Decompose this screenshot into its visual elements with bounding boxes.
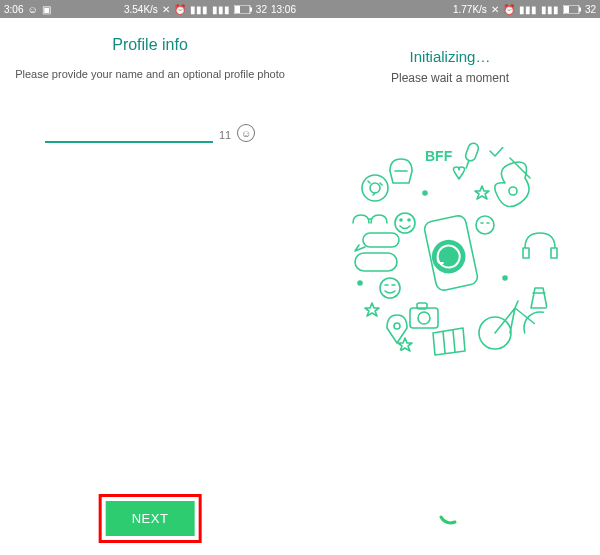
svg-point-23 [400, 219, 402, 221]
emoji-icon[interactable]: ☺ [237, 124, 255, 142]
char-counter: 11 [219, 129, 231, 143]
svg-rect-4 [564, 6, 569, 13]
status-battery: 32 [256, 4, 267, 15]
phone-right: 1.77K/s ✕ ⏰ ▮▮▮ ▮▮▮ 32 Initializing… Ple… [300, 0, 600, 555]
page-title: Profile info [112, 36, 188, 54]
svg-rect-18 [355, 253, 397, 271]
svg-rect-1 [235, 6, 240, 13]
svg-point-24 [408, 219, 410, 221]
page-title: Initializing… [410, 48, 491, 65]
status-data-speed: 3.54K/s [124, 4, 158, 15]
svg-point-21 [370, 183, 380, 193]
status-bar: 1.77K/s ✕ ⏰ ▮▮▮ ▮▮▮ 32 [300, 0, 600, 18]
svg-point-30 [503, 276, 507, 280]
alarm-icon: ⏰ [174, 4, 186, 15]
svg-point-15 [418, 312, 430, 324]
signal-icon: ▮▮▮ [212, 4, 230, 15]
page-subtitle: Please provide your name and an optional… [15, 68, 285, 80]
battery-icon [563, 5, 581, 14]
svg-point-26 [476, 216, 494, 234]
svg-point-29 [423, 191, 427, 195]
svg-point-22 [395, 213, 415, 233]
battery-icon [234, 5, 252, 14]
svg-point-20 [362, 175, 388, 201]
svg-rect-5 [579, 7, 581, 11]
svg-point-8 [430, 238, 468, 276]
svg-rect-19 [363, 233, 399, 247]
loading-spinner-icon [435, 497, 465, 527]
alarm-icon: ⏰ [503, 4, 515, 15]
image-icon: ▣ [42, 4, 51, 15]
status-battery: 32 [585, 4, 596, 15]
signal-icon: ▮▮▮ [190, 4, 208, 15]
svg-point-17 [394, 323, 400, 329]
svg-point-13 [524, 312, 556, 344]
svg-rect-2 [250, 7, 252, 11]
signal-icon: ▮▮▮ [541, 4, 559, 15]
status-data-speed: 1.77K/s [453, 4, 487, 15]
name-input[interactable] [45, 122, 213, 143]
doodle-illustration: BFF [335, 133, 565, 363]
status-clock: 13:06 [271, 4, 296, 15]
next-button[interactable]: NEXT [106, 501, 195, 536]
smiley-icon: ☺ [27, 4, 37, 15]
signal-icon: ▮▮▮ [519, 4, 537, 15]
mute-icon: ✕ [491, 4, 499, 15]
status-time: 3:06 [4, 4, 23, 15]
status-bar: 3:06 ☺ ▣ 3.54K/s ✕ ⏰ ▮▮▮ ▮▮▮ 32 13:06 [0, 0, 300, 18]
svg-point-31 [358, 281, 362, 285]
mute-icon: ✕ [162, 4, 170, 15]
svg-line-28 [466, 160, 469, 168]
page-subtitle: Please wait a moment [391, 71, 509, 85]
content-area: Initializing… Please wait a moment BFF [300, 18, 600, 555]
svg-point-25 [380, 278, 400, 298]
content-area: Profile info Please provide your name an… [0, 18, 300, 555]
svg-rect-14 [410, 308, 438, 328]
name-input-row: 11 ☺ [45, 122, 255, 143]
svg-point-11 [509, 187, 517, 195]
next-button-highlight: NEXT [99, 494, 202, 543]
svg-text:BFF: BFF [425, 148, 453, 164]
svg-rect-27 [464, 142, 480, 162]
phone-left: 3:06 ☺ ▣ 3.54K/s ✕ ⏰ ▮▮▮ ▮▮▮ 32 13:06 Pr… [0, 0, 300, 555]
